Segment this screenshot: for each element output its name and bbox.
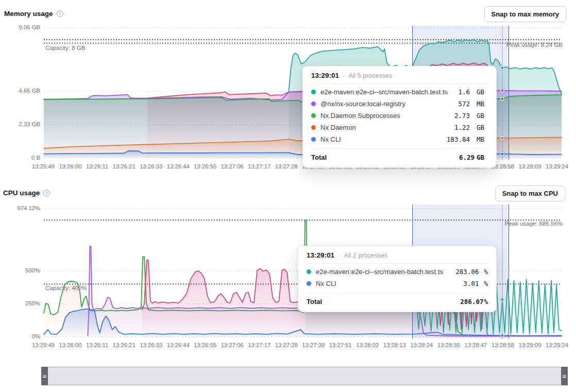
- memory-title-text: Memory usage: [4, 10, 53, 18]
- y-tick-label: 9.06 GB: [3, 24, 40, 30]
- memory-tooltip-rows: e2e-maven:e2e-ci--src/maven-batch.test.t…: [311, 83, 488, 148]
- x-tick-label: 13:26:33: [140, 342, 162, 348]
- x-tick-label: 13:26:21: [113, 342, 135, 348]
- time-range-brush[interactable]: [41, 367, 568, 385]
- process-unit: GB: [477, 88, 488, 96]
- x-tick-label: 13:27:28: [275, 342, 298, 348]
- x-tick-label: 13:27:39: [302, 342, 325, 348]
- total-unit: GB: [477, 154, 488, 161]
- hover-dot: [501, 298, 504, 301]
- process-name: e2e-maven:e2e-ci--src/maven-batch.test.t…: [320, 88, 453, 96]
- cpu-tooltip: 13:29:01 · All 2 processes e2e-maven:e2e…: [298, 246, 497, 312]
- memory-tooltip-header: 13:29:01 · All 5 processes: [311, 72, 488, 83]
- memory-capacity-label: Capacity: 8 GB: [45, 45, 85, 51]
- tooltip-time: 13:29:01: [307, 251, 334, 259]
- cpu-peak-label: Peak usage: 885.56%: [504, 220, 563, 227]
- x-tick-label: 13:28:24: [410, 342, 433, 348]
- x-tick-label: 13:27:06: [221, 342, 244, 348]
- cpu-tooltip-header: 13:29:01 · All 2 processes: [307, 251, 488, 263]
- series-color-dot: [311, 125, 316, 130]
- process-name: Nx CLI: [320, 135, 442, 143]
- process-value: 183.84: [447, 135, 470, 143]
- x-tick-label: 13:26:55: [194, 163, 216, 169]
- total-label: Total: [307, 298, 460, 305]
- brush-handle-right[interactable]: [561, 367, 568, 385]
- x-tick-label: 13:27:28: [275, 163, 298, 169]
- cpu-tooltip-total-row: Total 286.07 %: [307, 293, 488, 305]
- series-color-dot: [307, 281, 311, 286]
- x-tick-label: 13:28:35: [437, 342, 460, 348]
- tooltip-row: Nx CLI3.01%: [307, 278, 488, 289]
- series-color-dot: [311, 101, 316, 106]
- snap-to-max-memory-button[interactable]: Snap to max memory: [484, 6, 567, 22]
- series-color-dot: [311, 90, 316, 94]
- brush-handle-left[interactable]: [41, 367, 48, 385]
- series-color-dot: [311, 137, 316, 142]
- y-tick-label: 0 B: [3, 155, 40, 161]
- x-tick-label: 13:26:00: [59, 163, 82, 169]
- process-name: Nx Daemon Subprocesses: [320, 112, 450, 120]
- x-tick-label: 13:26:55: [194, 342, 216, 348]
- memory-tooltip: 13:29:01 · All 5 processes e2e-maven:e2e…: [302, 66, 497, 168]
- hover-dot: [501, 89, 504, 92]
- tooltip-row: e2e-maven:e2e-ci--src/maven-batch.test.t…: [307, 266, 488, 278]
- x-tick-label: 13:26:44: [167, 163, 190, 169]
- x-tick-label: 13:25:49: [32, 342, 55, 348]
- hover-dot: [501, 137, 504, 140]
- x-tick-label: 13:28:47: [464, 342, 487, 348]
- process-unit: %: [484, 280, 488, 287]
- tooltip-separator: ·: [343, 72, 345, 79]
- x-tick-label: 13:29:24: [546, 342, 568, 348]
- x-tick-label: 13:28:13: [383, 342, 406, 348]
- info-icon[interactable]: i: [57, 10, 63, 17]
- process-value: 3.01: [463, 280, 479, 287]
- process-unit: MB: [477, 100, 488, 108]
- series-color-dot: [311, 113, 316, 118]
- tooltip-time: 13:29:01: [311, 72, 339, 79]
- process-name: @nx/nx-source:local-registry: [320, 100, 453, 108]
- hover-dot: [501, 334, 504, 337]
- tooltip-subtitle: All 2 processes: [344, 252, 387, 259]
- x-tick-label: 13:26:44: [167, 342, 190, 348]
- x-tick-label: 13:27:17: [248, 163, 270, 169]
- cpu-x-axis-labels: 13:25:4913:26:0013:26:1113:26:2113:26:33…: [32, 342, 568, 348]
- profiler-page: Memory usage i Snap to max memory Capaci…: [0, 0, 576, 392]
- x-tick-label: 13:26:33: [140, 163, 162, 169]
- y-tick-label: 974.12%: [3, 205, 40, 211]
- process-name: e2e-maven:e2e-ci--src/maven-batch.test.t…: [316, 268, 451, 276]
- y-tick-label: 500%: [3, 267, 40, 274]
- process-unit: MB: [477, 135, 488, 143]
- process-name: Nx CLI: [316, 280, 459, 287]
- x-tick-label: 13:26:00: [59, 342, 82, 348]
- x-tick-label: 13:26:11: [86, 163, 108, 169]
- snap-to-max-cpu-button[interactable]: Snap to max CPU: [495, 185, 565, 201]
- x-tick-label: 13:29:09: [518, 163, 541, 169]
- x-tick-label: 13:25:49: [32, 163, 55, 169]
- x-tick-label: 13:27:06: [221, 163, 244, 169]
- x-tick-label: 13:29:24: [546, 163, 568, 169]
- process-value: 283.06: [455, 268, 479, 276]
- memory-tooltip-total-row: Total 6.29 GB: [311, 148, 488, 161]
- y-tick-label: 4.66 GB: [3, 88, 40, 94]
- x-tick-label: 13:28:02: [356, 342, 379, 348]
- memory-peak-label: Peak usage: 8.24 GB: [506, 42, 563, 48]
- process-value: 2.73: [454, 112, 470, 120]
- hover-dot: [501, 152, 504, 155]
- cpu-capacity-label: Capacity: 400%: [45, 285, 87, 291]
- hover-dot: [501, 97, 504, 100]
- x-tick-label: 13:27:17: [248, 342, 270, 348]
- process-value: 572: [458, 100, 470, 108]
- tooltip-row: Nx CLI183.84MB: [311, 133, 488, 145]
- hover-dot: [501, 66, 504, 69]
- process-unit: GB: [477, 124, 488, 131]
- x-tick-label: 13:28:58: [492, 342, 514, 348]
- total-value: 6.29: [459, 154, 475, 161]
- x-tick-label: 13:29:09: [518, 342, 541, 348]
- y-tick-label: 250%: [3, 300, 40, 306]
- cpu-section-title: CPU usage i: [3, 189, 50, 197]
- total-label: Total: [311, 154, 459, 161]
- memory-section-title: Memory usage i: [4, 10, 63, 18]
- info-icon[interactable]: i: [43, 190, 50, 196]
- process-name: Nx Daemon: [320, 124, 450, 131]
- tooltip-row: Nx Daemon Subprocesses2.73GB: [311, 110, 488, 122]
